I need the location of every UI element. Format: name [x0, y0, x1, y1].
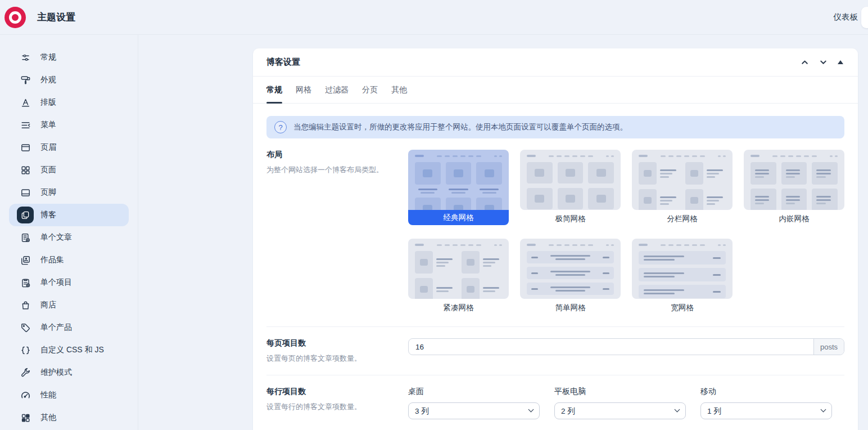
sidebar-item-pages[interactable]: 页面	[9, 159, 129, 181]
divider	[266, 326, 844, 327]
info-notice: ? 当您编辑主题设置时，所做的更改将应用于整个网站。使用本地页面设置可以覆盖单个…	[266, 116, 844, 138]
header-layout-icon	[17, 139, 34, 156]
pages-grid-icon	[17, 162, 34, 178]
edge-partial-button[interactable]	[861, 7, 868, 28]
desktop-label: 桌面	[408, 387, 540, 397]
layout-option-wide-grid[interactable]: 宽网格	[632, 239, 733, 315]
sidebar-item-portfolio[interactable]: 作品集	[9, 249, 129, 271]
blog-settings-card: 博客设置 常规 网格 过滤器 分页 其他 ? 当您编辑主题设置时，所做的更改将应…	[253, 48, 858, 430]
layout-thumbnail[interactable]	[408, 239, 509, 299]
layout-thumbnail[interactable]	[408, 150, 509, 210]
layout-thumbnail[interactable]	[520, 239, 621, 299]
blog-copy-icon	[17, 207, 34, 223]
wrench-icon	[17, 364, 34, 381]
layout-option-minimal-grid[interactable]: 极简网格	[520, 150, 621, 226]
app-title: 主题设置	[37, 11, 75, 24]
typography-icon	[17, 94, 34, 111]
layout-thumbnail[interactable]	[744, 150, 844, 210]
mobile-label: 移动	[700, 387, 832, 397]
tablet-label: 平板电脑	[554, 387, 686, 397]
items-per-page-suffix: posts	[813, 339, 844, 355]
sidebar-item-blog[interactable]: 博客	[9, 204, 129, 226]
mobile-columns-select[interactable]: 1 列	[700, 402, 832, 419]
project-plus-icon	[17, 274, 34, 291]
layout-option-label[interactable]: 分栏网格	[632, 211, 733, 226]
sidebar-item-single-project[interactable]: 单个项目	[9, 271, 129, 294]
notice-text: 当您编辑主题设置时，所做的更改将应用于整个网站。使用本地页面设置可以覆盖单个页面…	[293, 122, 627, 132]
layout-thumbnail[interactable]	[520, 150, 621, 210]
layout-option-inline-grid[interactable]: 内嵌网格	[744, 150, 844, 226]
sidebar-item-menu[interactable]: 菜单	[9, 114, 129, 136]
sidebar-item-performance[interactable]: 性能	[9, 384, 129, 406]
layout-option-classic-grid[interactable]: 经典网格	[408, 150, 509, 226]
items-per-page-label: 每页项目数	[266, 338, 395, 348]
blocks-icon	[17, 409, 34, 426]
app-logo	[4, 7, 26, 28]
sidebar-item-single-post[interactable]: 单个文章	[9, 226, 129, 249]
layout-option-label[interactable]: 紧凑网格	[408, 300, 509, 315]
layout-thumbnail[interactable]	[632, 150, 733, 210]
layout-option-label[interactable]: 极简网格	[520, 211, 621, 226]
items-per-page-group: posts	[408, 338, 844, 355]
move-up-button[interactable]	[799, 57, 810, 68]
move-down-button[interactable]	[818, 57, 829, 68]
layout-option-simple-grid[interactable]: 简单网格	[520, 239, 621, 315]
footer-layout-icon	[17, 184, 34, 201]
main-content: 博客设置 常规 网格 过滤器 分页 其他 ? 当您编辑主题设置时，所做的更改将应…	[138, 35, 868, 430]
tab-pagination[interactable]: 分页	[362, 77, 378, 103]
items-per-page-description: 设置每页的博客文章项数量。	[266, 353, 395, 364]
sidebar-item-single-product[interactable]: 单个产品	[9, 316, 129, 339]
code-braces-icon	[17, 342, 34, 359]
layout-option-compact-grid[interactable]: 紧凑网格	[408, 239, 509, 315]
paint-roller-icon	[17, 71, 34, 88]
divider	[266, 375, 844, 375]
desktop-columns-select[interactable]: 3 列	[408, 402, 540, 419]
portfolio-icon	[17, 252, 34, 268]
sidebar-item-maintenance[interactable]: 维护模式	[9, 361, 129, 384]
speedometer-icon	[17, 387, 34, 404]
items-per-page-input[interactable]	[409, 339, 813, 355]
product-tag-icon	[17, 319, 34, 336]
sidebar-item-appearance[interactable]: 外观	[9, 69, 129, 91]
layout-option-label[interactable]: 内嵌网格	[744, 211, 844, 226]
sidebar-item-header[interactable]: 页眉	[9, 136, 129, 159]
layout-option-column-grid[interactable]: 分栏网格	[632, 150, 733, 226]
dashboard-link[interactable]: 仪表板	[834, 12, 858, 23]
layout-option-label[interactable]: 简单网格	[520, 300, 621, 315]
tab-filters[interactable]: 过滤器	[325, 77, 349, 103]
tablet-columns-select[interactable]: 2 列	[554, 402, 686, 419]
layout-option-label[interactable]: 宽网格	[632, 300, 733, 315]
layout-thumbnail[interactable]	[632, 239, 733, 299]
sidebar-item-shop[interactable]: 商店	[9, 294, 129, 316]
shop-bag-icon	[17, 297, 34, 313]
sidebar-item-footer[interactable]: 页脚	[9, 181, 129, 204]
items-per-row-description: 设置每行的博客文章项数量。	[266, 402, 395, 412]
layout-option-label[interactable]: 经典网格	[408, 210, 509, 225]
top-bar: 主题设置 仪表板	[0, 0, 868, 35]
layout-description: 为整个网站选择一个博客布局类型。	[266, 165, 395, 175]
post-plus-icon	[17, 229, 34, 246]
sidebar-item-typography[interactable]: 排版	[9, 91, 129, 114]
sidebar-item-custom-css-js[interactable]: 自定义 CSS 和 JS	[9, 339, 129, 361]
sidebar-item-general[interactable]: 常规	[9, 46, 129, 69]
tab-general[interactable]: 常规	[266, 77, 282, 103]
layout-options: 经典网格 极简网格	[408, 150, 844, 315]
card-title: 博客设置	[266, 57, 300, 68]
question-circle-icon: ?	[274, 121, 287, 133]
sidebar-item-other[interactable]: 其他	[9, 406, 129, 429]
sidebar: 常规 外观 排版 菜单 页眉 页面 页脚 博客	[0, 35, 138, 430]
items-per-row-label: 每行项目数	[266, 387, 395, 397]
collapse-button[interactable]	[837, 59, 844, 65]
sliders-icon	[17, 49, 34, 66]
tab-other[interactable]: 其他	[391, 77, 407, 103]
collapse-triangle-icon	[838, 60, 843, 64]
layout-label: 布局	[266, 150, 395, 160]
menu-icon	[17, 117, 34, 133]
settings-tabs: 常规 网格 过滤器 分页 其他	[253, 77, 858, 104]
tab-grid[interactable]: 网格	[296, 77, 311, 103]
